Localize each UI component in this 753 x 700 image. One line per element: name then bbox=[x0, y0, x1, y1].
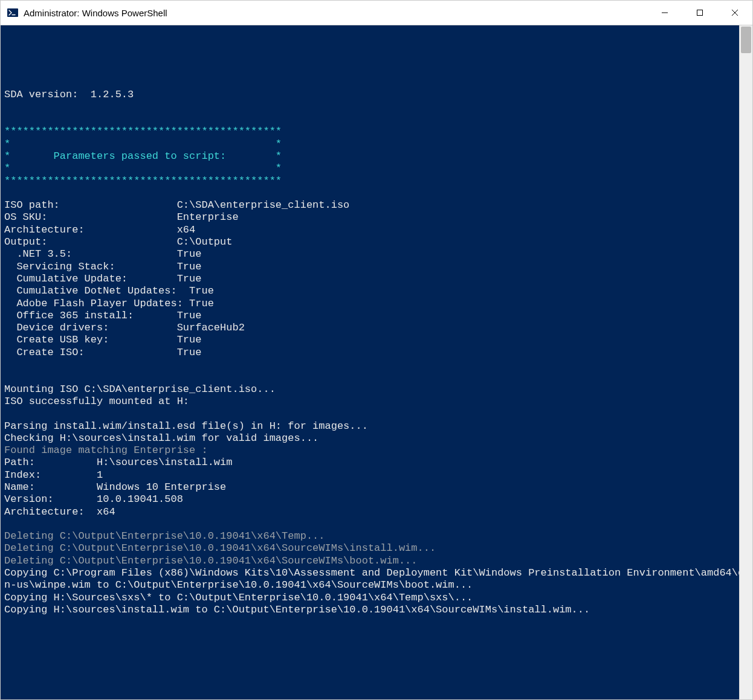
console-line: Checking H:\sources\install.wim for vali… bbox=[4, 432, 318, 444]
console-line: Version: 10.0.19041.508 bbox=[4, 493, 183, 505]
console-line: Create USB key: True bbox=[4, 334, 201, 345]
powershell-icon bbox=[7, 7, 19, 19]
console-line: Found image matching Enterprise : bbox=[4, 445, 208, 456]
console-line: * * bbox=[4, 138, 282, 150]
console-line: Deleting C:\Output\Enterprise\10.0.19041… bbox=[4, 555, 418, 567]
console-line: ISO successfully mounted at H: bbox=[4, 396, 189, 407]
svg-rect-3 bbox=[697, 10, 703, 16]
console-line: ISO path: C:\SDA\enterprise_client.iso bbox=[4, 199, 349, 211]
console-line: Name: Windows 10 Enterprise bbox=[4, 481, 226, 493]
svg-rect-0 bbox=[7, 8, 18, 17]
console-line: Output: C:\Output bbox=[4, 236, 232, 248]
console-line: Mounting ISO C:\SDA\enterprise_client.is… bbox=[4, 384, 276, 395]
minimize-button[interactable] bbox=[647, 1, 682, 25]
console-line: Device drivers: SurfaceHub2 bbox=[4, 322, 245, 333]
console-line: Path: H:\sources\install.wim bbox=[4, 457, 232, 468]
console-line: * * bbox=[4, 162, 282, 174]
console-line: .NET 3.5: True bbox=[4, 248, 201, 260]
console-line: Deleting C:\Output\Enterprise\10.0.19041… bbox=[4, 542, 436, 554]
console-line: Cumulative Update: True bbox=[4, 273, 201, 284]
console-line: Cumulative DotNet Updates: True bbox=[4, 285, 214, 297]
console-line: * Parameters passed to script: * bbox=[4, 150, 282, 162]
console-line: n-us\winpe.wim to C:\Output\Enterprise\1… bbox=[4, 579, 473, 591]
console-output[interactable]: SDA version: 1.2.5.3 *******************… bbox=[1, 25, 739, 699]
console-line: Create ISO: True bbox=[4, 347, 201, 358]
console-line: Copying C:\Program Files (x86)\Windows K… bbox=[4, 567, 739, 579]
console-line: Adobe Flash Player Updates: True bbox=[4, 298, 214, 309]
vertical-scrollbar[interactable] bbox=[739, 25, 752, 699]
console-line: SDA version: 1.2.5.3 bbox=[4, 89, 134, 100]
console-line: Office 365 install: True bbox=[4, 310, 201, 321]
console-line: ****************************************… bbox=[4, 175, 282, 187]
console-line: Copying H:\sources\install.wim to C:\Out… bbox=[4, 604, 590, 615]
console-line: Parsing install.wim/install.esd file(s) … bbox=[4, 420, 368, 432]
console-line: ****************************************… bbox=[4, 126, 282, 137]
console-line: Servicing Stack: True bbox=[4, 261, 201, 272]
maximize-button[interactable] bbox=[682, 1, 717, 25]
console-line: OS SKU: Enterprise bbox=[4, 211, 239, 223]
window-title: Administrator: Windows PowerShell bbox=[24, 8, 167, 18]
scrollbar-thumb[interactable] bbox=[741, 27, 751, 53]
console-wrap: SDA version: 1.2.5.3 *******************… bbox=[1, 25, 752, 699]
console-line: Architecture: x64 bbox=[4, 506, 115, 518]
close-button[interactable] bbox=[717, 1, 752, 25]
console-line: Deleting C:\Output\Enterprise\10.0.19041… bbox=[4, 530, 325, 542]
console-line: Index: 1 bbox=[4, 469, 103, 481]
title-bar[interactable]: Administrator: Windows PowerShell bbox=[1, 1, 752, 25]
console-line: Architecture: x64 bbox=[4, 224, 195, 236]
console-line: Copying H:\Sources\sxs\* to C:\Output\En… bbox=[4, 592, 473, 603]
